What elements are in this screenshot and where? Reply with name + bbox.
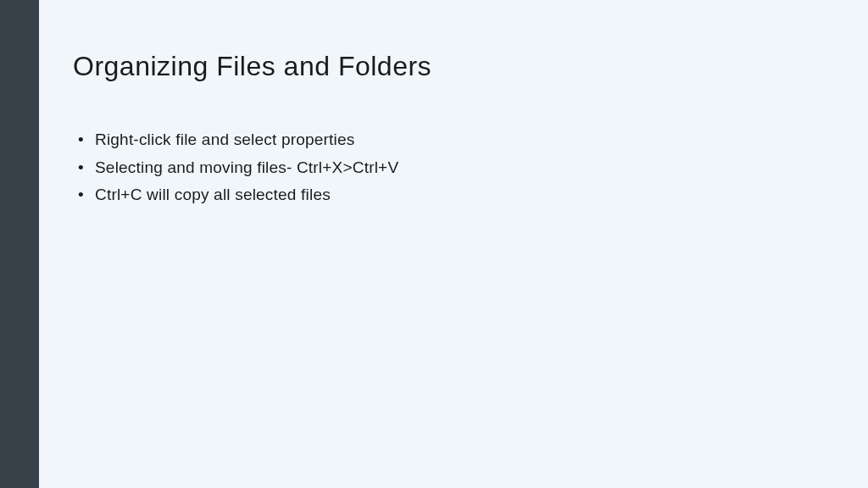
bullet-list: Right-click file and select properties S…	[73, 126, 834, 209]
bullet-item: Ctrl+C will copy all selected files	[95, 181, 834, 209]
accent-bar	[0, 0, 39, 488]
bullet-item: Right-click file and select properties	[95, 126, 834, 154]
bullet-item: Selecting and moving files- Ctrl+X>Ctrl+…	[95, 154, 834, 182]
slide-content: Organizing Files and Folders Right-click…	[39, 0, 868, 488]
slide-title: Organizing Files and Folders	[73, 51, 834, 82]
